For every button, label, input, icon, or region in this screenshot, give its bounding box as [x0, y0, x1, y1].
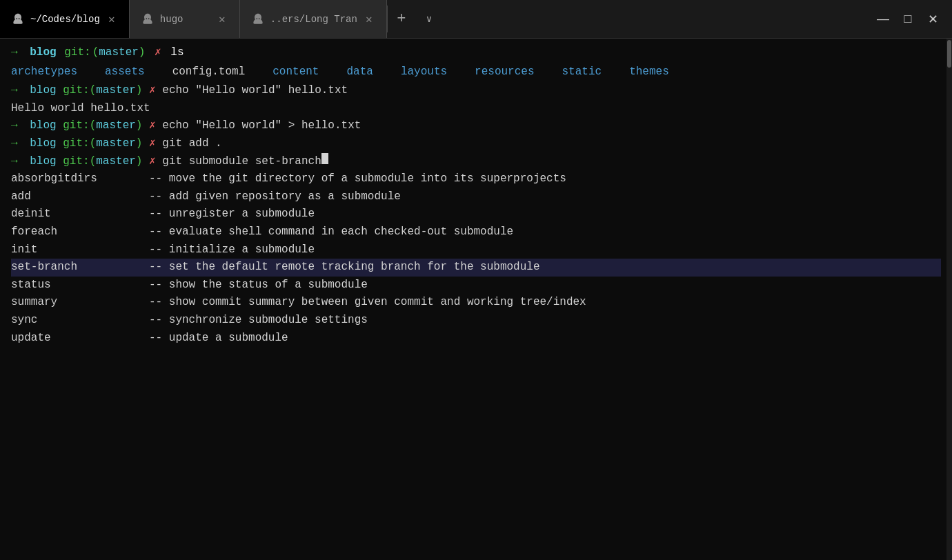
cursor: [321, 153, 328, 164]
prompt-x-5: ✗: [142, 153, 155, 171]
prompt-git-1: git:: [58, 44, 91, 62]
prompt-paren-open-5: (: [90, 153, 97, 171]
tab1-label: ~/Codes/blog: [30, 14, 100, 25]
submodule-row-update: update -- update a submodule: [11, 330, 941, 348]
prompt-cmd-3: echo "Hello world" > hello.txt: [156, 117, 361, 135]
linux-icon-3: [251, 12, 265, 26]
subdesc-setbranch: -- set the default remote tracking branc…: [149, 259, 540, 277]
ls-item-themes: themes: [629, 63, 669, 81]
prompt-branch-2: master: [96, 82, 136, 100]
subdesc-sync: -- synchronize submodule settings: [149, 312, 368, 330]
prompt-dir-1: blog: [23, 44, 57, 62]
subdesc-init: -- initialize a submodule: [149, 241, 315, 259]
output-hello: Hello world hello.txt: [11, 100, 941, 118]
subcmd-sync: sync: [11, 312, 149, 330]
prompt-paren-close-1: ): [139, 44, 146, 62]
submodule-list: absorbgitdirs -- move the git directory …: [11, 170, 941, 347]
prompt-arrow-1: →: [11, 44, 18, 62]
prompt-paren-open-1: (: [92, 44, 99, 62]
subcmd-status: status: [11, 277, 149, 294]
minimize-button[interactable]: —: [872, 8, 894, 30]
tab3-close[interactable]: ✕: [363, 13, 375, 26]
subdesc-summary: -- show commit summary between given com…: [149, 294, 586, 312]
submodule-row-init: init -- initialize a submodule: [11, 241, 941, 259]
prompt-cmd-2: echo "Hello world" hello.txt: [156, 82, 348, 100]
ls-item-archetypes: archetypes: [11, 63, 77, 81]
tab-dropdown-button[interactable]: ∨: [415, 0, 443, 38]
terminal[interactable]: → blog git:(master) ✗ ls archetypes asse…: [0, 39, 952, 560]
prompt-paren-close-5: ): [136, 153, 143, 171]
subdesc-add: -- add given repository as a submodule: [149, 188, 401, 206]
subcmd-deinit: deinit: [11, 206, 149, 223]
subcmd-setbranch: set-branch: [11, 259, 149, 277]
tab-blog[interactable]: ~/Codes/blog ✕: [0, 0, 130, 38]
ls-item-resources: resources: [475, 63, 534, 81]
subcmd-summary: summary: [11, 294, 149, 312]
subdesc-update: -- update a submodule: [149, 330, 288, 348]
ls-item-config: config.toml: [172, 63, 246, 81]
tab2-label: hugo: [160, 14, 210, 25]
prompt-git-4: git:: [57, 135, 90, 153]
window-controls: — □ ✕: [864, 0, 952, 38]
prompt-x-1: ✗: [148, 44, 161, 62]
submodule-row-summary: summary -- show commit summary between g…: [11, 294, 941, 312]
tab-longtran[interactable]: ..ers/Long Tran ✕: [240, 0, 387, 38]
prompt-cmd-4: git add .: [156, 135, 222, 153]
titlebar: ~/Codes/blog ✕ hugo ✕ ..ers/Long Tran ✕: [0, 0, 952, 39]
tab-hugo[interactable]: hugo ✕: [130, 0, 240, 38]
prompt-cmd-5: git submodule set-branch: [156, 153, 321, 171]
prompt-paren-open-4: (: [90, 135, 97, 153]
tabs-container: ~/Codes/blog ✕ hugo ✕ ..ers/Long Tran ✕: [0, 0, 864, 38]
prompt-branch-1: master: [99, 44, 139, 62]
submodule-row-foreach: foreach -- evaluate shell command in eac…: [11, 223, 941, 241]
ls-item-assets: assets: [105, 63, 145, 81]
prompt-paren-close-3: ): [136, 117, 143, 135]
prompt-branch-5: master: [96, 153, 136, 171]
ls-item-static: static: [562, 63, 602, 81]
prompt-git-3: git:: [57, 117, 90, 135]
submodule-row-deinit: deinit -- unregister a submodule: [11, 206, 941, 223]
submodule-row-absorbgitdirs: absorbgitdirs -- move the git directory …: [11, 170, 941, 188]
prompt-x-4: ✗: [142, 135, 155, 153]
ls-item-layouts: layouts: [401, 63, 447, 81]
submodule-row-add: add -- add given repository as a submodu…: [11, 188, 941, 206]
prompt-paren-open-3: (: [90, 117, 97, 135]
subdesc-status: -- show the status of a submodule: [149, 277, 368, 294]
prompt-dir-2: blog: [23, 82, 57, 100]
prompt-arrow-3: →: [11, 117, 18, 135]
scrollbar[interactable]: [946, 39, 952, 560]
prompt-line-1: → blog git:(master) ✗ ls: [11, 44, 941, 62]
prompt-dir-4: blog: [23, 135, 57, 153]
linux-icon-2: [141, 12, 155, 26]
subcmd-add: add: [11, 188, 149, 206]
prompt-line-5: → blog git:(master) ✗ git submodule set-…: [11, 153, 941, 171]
submodule-row-setbranch: set-branch -- set the default remote tra…: [11, 259, 941, 277]
ls-item-data: data: [346, 63, 373, 81]
prompt-line-4: → blog git:(master) ✗ git add .: [11, 135, 941, 153]
subcmd-update: update: [11, 330, 149, 348]
prompt-branch-4: master: [96, 135, 136, 153]
prompt-arrow-2: →: [11, 82, 18, 100]
submodule-row-status: status -- show the status of a submodule: [11, 277, 941, 294]
prompt-line-3: → blog git:(master) ✗ echo "Hello world"…: [11, 117, 941, 135]
subcmd-absorbgitdirs: absorbgitdirs: [11, 170, 149, 188]
new-tab-button[interactable]: +: [388, 0, 415, 38]
prompt-line-2: → blog git:(master) ✗ echo "Hello world"…: [11, 82, 941, 100]
subdesc-foreach: -- evaluate shell command in each checke…: [149, 223, 513, 241]
prompt-paren-close-2: ): [136, 82, 143, 100]
linux-icon: [11, 12, 25, 26]
scrollbar-thumb[interactable]: [947, 40, 951, 68]
tab2-close[interactable]: ✕: [216, 13, 228, 26]
close-button[interactable]: ✕: [922, 8, 944, 30]
subdesc-absorbgitdirs: -- move the git directory of a submodule…: [149, 170, 566, 188]
ls-item-content: content: [272, 63, 319, 81]
tab1-close[interactable]: ✕: [106, 13, 118, 26]
maximize-button[interactable]: □: [897, 8, 919, 30]
prompt-x-2: ✗: [142, 82, 155, 100]
prompt-paren-close-4: ): [136, 135, 143, 153]
prompt-dir-5: blog: [23, 153, 57, 171]
prompt-cmd-1: ls: [164, 44, 184, 62]
prompt-arrow-5: →: [11, 153, 18, 171]
tab3-label: ..ers/Long Tran: [270, 14, 357, 25]
subcmd-foreach: foreach: [11, 223, 149, 241]
